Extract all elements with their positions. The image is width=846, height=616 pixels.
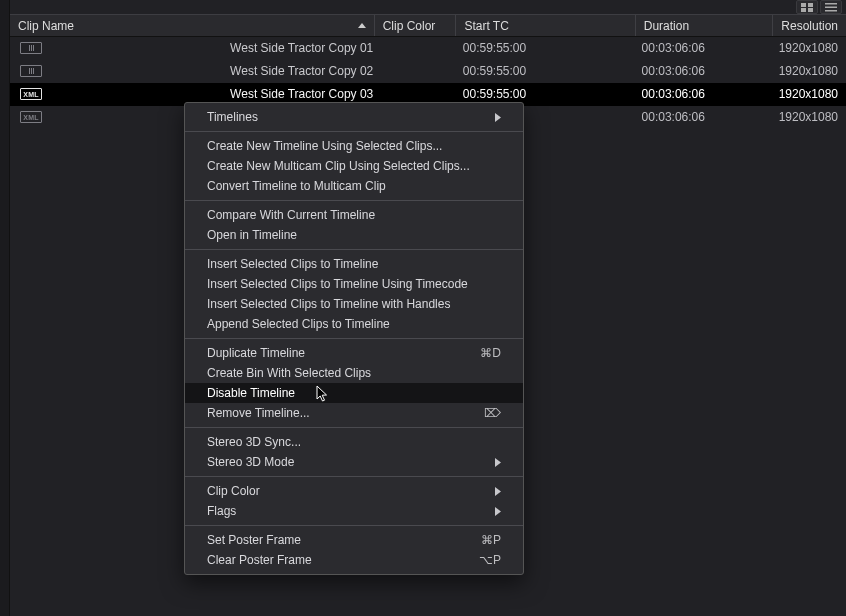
view-thumbnails-button[interactable] (796, 0, 818, 14)
menu-create-timeline[interactable]: Create New Timeline Using Selected Clips… (185, 136, 523, 156)
clip-duration: 00:03:06:06 (634, 87, 771, 101)
sort-ascending-icon (358, 23, 366, 28)
clip-duration: 00:03:06:06 (634, 41, 771, 55)
header-resolution[interactable]: Resolution (773, 15, 846, 36)
chevron-right-icon (495, 113, 501, 122)
menu-duplicate[interactable]: Duplicate Timeline ⌘D (185, 343, 523, 363)
menu-insert-tc[interactable]: Insert Selected Clips to Timeline Using … (185, 274, 523, 294)
menu-label: Append Selected Clips to Timeline (207, 317, 390, 331)
menu-separator (185, 338, 523, 339)
header-clip-color[interactable]: Clip Color (375, 15, 457, 36)
svg-rect-4 (825, 3, 837, 5)
header-start-tc[interactable]: Start TC (456, 15, 635, 36)
clip-resolution: 1920x1080 (771, 64, 846, 78)
menu-create-bin[interactable]: Create Bin With Selected Clips (185, 363, 523, 383)
menu-remove[interactable]: Remove Timeline... ⌦ (185, 403, 523, 423)
menu-label: Disable Timeline (207, 386, 295, 400)
menu-label: Open in Timeline (207, 228, 297, 242)
clip-duration: 00:03:06:06 (634, 110, 771, 124)
menu-label: Insert Selected Clips to Timeline Using … (207, 277, 468, 291)
menu-label: Create Bin With Selected Clips (207, 366, 371, 380)
menu-append[interactable]: Append Selected Clips to Timeline (185, 314, 523, 334)
menu-separator (185, 249, 523, 250)
list-icon (825, 3, 837, 12)
table-row[interactable]: West Side Tractor Copy 02 00:59:55:00 00… (10, 60, 846, 83)
menu-convert-multicam[interactable]: Convert Timeline to Multicam Clip (185, 176, 523, 196)
menu-separator (185, 476, 523, 477)
menu-label: Create New Multicam Clip Using Selected … (207, 159, 470, 173)
clip-icon (20, 42, 42, 54)
xml-icon: XML (20, 88, 42, 100)
view-toolbar (796, 0, 842, 14)
svg-rect-0 (801, 3, 806, 7)
clip-start-tc: 00:59:55:00 (455, 64, 634, 78)
menu-separator (185, 131, 523, 132)
menu-clear-poster[interactable]: Clear Poster Frame ⌥P (185, 550, 523, 570)
grid-icon (801, 3, 813, 12)
menu-separator (185, 525, 523, 526)
tag-icon: ⌦ (484, 406, 501, 420)
menu-label: Clear Poster Frame (207, 553, 312, 567)
menu-label: Stereo 3D Sync... (207, 435, 301, 449)
table-row[interactable]: West Side Tractor Copy 01 00:59:55:00 00… (10, 37, 846, 60)
menu-stereo-sync[interactable]: Stereo 3D Sync... (185, 432, 523, 452)
menu-label: Stereo 3D Mode (207, 455, 294, 469)
clip-resolution: 1920x1080 (771, 41, 846, 55)
menu-shortcut: ⌘D (480, 346, 501, 360)
menu-clip-color[interactable]: Clip Color (185, 481, 523, 501)
menu-insert-handles[interactable]: Insert Selected Clips to Timeline with H… (185, 294, 523, 314)
clip-duration: 00:03:06:06 (634, 64, 771, 78)
menu-shortcut: ⌥P (479, 553, 501, 567)
menu-create-multicam[interactable]: Create New Multicam Clip Using Selected … (185, 156, 523, 176)
menu-insert[interactable]: Insert Selected Clips to Timeline (185, 254, 523, 274)
view-list-button[interactable] (820, 0, 842, 14)
clip-name: West Side Tractor Copy 03 (230, 87, 373, 101)
chevron-right-icon (495, 487, 501, 496)
clip-name: West Side Tractor Copy 02 (230, 64, 373, 78)
clip-icon (20, 65, 42, 77)
header-clip-name-label: Clip Name (18, 19, 74, 33)
clip-resolution: 1920x1080 (771, 87, 846, 101)
left-gutter (0, 0, 10, 616)
header-clip-name[interactable]: Clip Name (10, 15, 375, 36)
menu-disable-timeline[interactable]: Disable Timeline (185, 383, 523, 403)
menu-label: Create New Timeline Using Selected Clips… (207, 139, 442, 153)
svg-rect-3 (808, 8, 813, 12)
chevron-right-icon (495, 458, 501, 467)
menu-label: Remove Timeline... (207, 406, 310, 420)
menu-label: Clip Color (207, 484, 260, 498)
menu-label: Compare With Current Timeline (207, 208, 375, 222)
svg-rect-2 (801, 8, 806, 12)
xml-icon: XML (20, 111, 42, 123)
menu-separator (185, 200, 523, 201)
menu-label: Set Poster Frame (207, 533, 301, 547)
table-header: Clip Name Clip Color Start TC Duration R… (10, 14, 846, 37)
menu-separator (185, 427, 523, 428)
menu-shortcut: ⌘P (481, 533, 501, 547)
menu-timelines[interactable]: Timelines (185, 107, 523, 127)
clip-resolution: 1920x1080 (771, 110, 846, 124)
menu-flags[interactable]: Flags (185, 501, 523, 521)
menu-open[interactable]: Open in Timeline (185, 225, 523, 245)
header-start-tc-label: Start TC (464, 19, 508, 33)
menu-label: Insert Selected Clips to Timeline with H… (207, 297, 450, 311)
menu-label: Timelines (207, 110, 258, 124)
menu-stereo-mode[interactable]: Stereo 3D Mode (185, 452, 523, 472)
chevron-right-icon (495, 507, 501, 516)
header-resolution-label: Resolution (781, 19, 838, 33)
clip-start-tc: 00:59:55:00 (455, 41, 634, 55)
header-duration[interactable]: Duration (636, 15, 774, 36)
menu-label: Insert Selected Clips to Timeline (207, 257, 378, 271)
svg-rect-5 (825, 6, 837, 8)
header-duration-label: Duration (644, 19, 689, 33)
svg-rect-1 (808, 3, 813, 7)
clip-name: West Side Tractor Copy 01 (230, 41, 373, 55)
context-menu: Timelines Create New Timeline Using Sele… (184, 102, 524, 575)
menu-set-poster[interactable]: Set Poster Frame ⌘P (185, 530, 523, 550)
menu-label: Flags (207, 504, 236, 518)
menu-compare[interactable]: Compare With Current Timeline (185, 205, 523, 225)
clip-start-tc: 00:59:55:00 (455, 87, 634, 101)
menu-label: Convert Timeline to Multicam Clip (207, 179, 386, 193)
svg-rect-6 (825, 10, 837, 12)
header-clip-color-label: Clip Color (383, 19, 436, 33)
